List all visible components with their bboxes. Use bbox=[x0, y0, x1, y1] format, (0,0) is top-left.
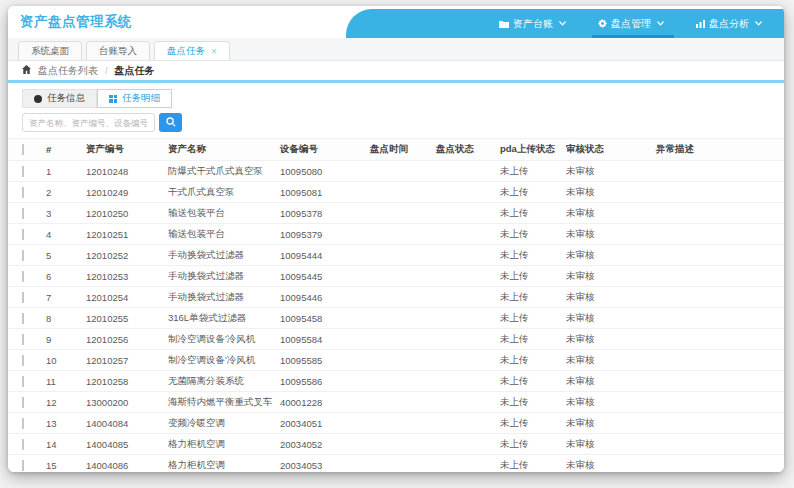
subtab-label: 任务明细 bbox=[122, 92, 160, 105]
cell-asset-name: 海斯特内燃平衡重式叉车 bbox=[166, 396, 278, 409]
cell-audit-status: 未审核 bbox=[564, 417, 654, 430]
search-button[interactable] bbox=[159, 113, 182, 132]
cell-pda-status: 未上传 bbox=[498, 333, 564, 346]
row-checkbox[interactable] bbox=[22, 229, 24, 240]
cell-device-no: 10095458 bbox=[278, 313, 368, 324]
table-row[interactable]: 2 12010249 干式爪式真空泵 10095081 未上传 未审核 bbox=[8, 182, 784, 203]
cell-asset-no: 12010256 bbox=[84, 334, 166, 345]
cell-asset-name: 手动换袋式过滤器 bbox=[166, 249, 278, 262]
table-row[interactable]: 6 12010253 手动换袋式过滤器 10095445 未上传 未审核 bbox=[8, 266, 784, 287]
cell-pda-status: 未上传 bbox=[498, 186, 564, 199]
cell-asset-no: 12010254 bbox=[84, 292, 166, 303]
cell-asset-name: 316L单袋式过滤器 bbox=[166, 312, 278, 325]
chevron-down-icon bbox=[755, 21, 762, 26]
table-row[interactable]: 14 14004085 格力柜机空调 20034052 未上传 未审核 bbox=[8, 434, 784, 455]
cell-device-no: 10095446 bbox=[278, 292, 368, 303]
cell-device-no: 10095081 bbox=[278, 187, 368, 198]
cell-pda-status: 未上传 bbox=[498, 165, 564, 178]
row-checkbox[interactable] bbox=[22, 292, 24, 303]
row-checkbox[interactable] bbox=[22, 418, 24, 429]
cell-pda-status: 未上传 bbox=[498, 291, 564, 304]
cell-index: 10 bbox=[44, 355, 84, 366]
cell-audit-status: 未审核 bbox=[564, 396, 654, 409]
breadcrumb: 盘点任务列表 / 盘点任务 bbox=[8, 61, 784, 83]
cell-device-no: 10095445 bbox=[278, 271, 368, 282]
detail-subtabs: 任务信息 任务明细 bbox=[8, 83, 784, 108]
row-checkbox[interactable] bbox=[22, 250, 24, 261]
app-title: 资产盘点管理系统 bbox=[8, 6, 346, 38]
table-row[interactable]: 10 12010257 制冷空调设备'冷风机 10095585 未上传 未审核 bbox=[8, 350, 784, 371]
cell-audit-status: 未审核 bbox=[564, 375, 654, 388]
row-checkbox[interactable] bbox=[22, 208, 24, 219]
cell-asset-name: 变频冷暖空调 bbox=[166, 417, 278, 430]
chevron-down-icon bbox=[559, 21, 566, 26]
cell-pda-status: 未上传 bbox=[498, 354, 564, 367]
table-row[interactable]: 8 12010255 316L单袋式过滤器 10095458 未上传 未审核 bbox=[8, 308, 784, 329]
row-checkbox[interactable] bbox=[22, 376, 24, 387]
nav-item-asset-ledger[interactable]: 资产台账 bbox=[485, 9, 584, 38]
cell-index: 5 bbox=[44, 250, 84, 261]
row-checkbox[interactable] bbox=[22, 187, 24, 198]
cell-device-no: 20034051 bbox=[278, 418, 368, 429]
cell-index: 11 bbox=[44, 376, 84, 387]
cell-pda-status: 未上传 bbox=[498, 438, 564, 451]
cell-index: 2 bbox=[44, 187, 84, 198]
nav-item-inventory-mgmt[interactable]: 盘点管理 bbox=[584, 9, 682, 38]
row-checkbox[interactable] bbox=[22, 313, 24, 324]
table-row[interactable]: 5 12010252 手动换袋式过滤器 10095444 未上传 未审核 bbox=[8, 245, 784, 266]
cell-asset-name: 干式爪式真空泵 bbox=[166, 186, 278, 199]
row-checkbox[interactable] bbox=[22, 439, 24, 450]
table-row[interactable]: 4 12010251 输送包装平台 10095379 未上传 未审核 bbox=[8, 224, 784, 245]
table-row[interactable]: 11 12010258 无菌隔离分装系统 10095586 未上传 未审核 bbox=[8, 371, 784, 392]
col-header-audit-status: 审核状态 bbox=[564, 143, 654, 156]
cell-asset-no: 14004086 bbox=[84, 460, 166, 471]
cell-index: 14 bbox=[44, 439, 84, 450]
row-checkbox[interactable] bbox=[22, 271, 24, 282]
table-row[interactable]: 1 12010248 防爆式干式爪式真空泵 10095080 未上传 未审核 bbox=[8, 161, 784, 182]
search-input[interactable] bbox=[22, 113, 155, 132]
tab-system-desktop[interactable]: 系统桌面 bbox=[18, 41, 82, 60]
table-row[interactable]: 3 12010250 输送包装平台 10095378 未上传 未审核 bbox=[8, 203, 784, 224]
grid-icon bbox=[109, 95, 117, 103]
cell-asset-no: 12010255 bbox=[84, 313, 166, 324]
table-row[interactable]: 13 14004084 变频冷暖空调 20034051 未上传 未审核 bbox=[8, 413, 784, 434]
close-icon[interactable]: × bbox=[211, 46, 217, 57]
cell-audit-status: 未审核 bbox=[564, 291, 654, 304]
row-checkbox[interactable] bbox=[22, 166, 24, 177]
tab-inventory-task[interactable]: 盘点任务 × bbox=[154, 41, 230, 60]
tab-ledger-import[interactable]: 台账导入 bbox=[86, 41, 150, 60]
subtab-task-info[interactable]: 任务信息 bbox=[22, 89, 97, 108]
home-icon[interactable] bbox=[22, 65, 31, 76]
cell-pda-status: 未上传 bbox=[498, 459, 564, 472]
nav-item-inventory-analysis[interactable]: 盘点分析 bbox=[682, 9, 780, 38]
col-header-device-no: 设备编号 bbox=[278, 143, 368, 156]
col-header-asset-no: 资产编号 bbox=[84, 143, 166, 156]
cell-asset-no: 14004085 bbox=[84, 439, 166, 450]
table-row[interactable]: 7 12010254 手动换袋式过滤器 10095446 未上传 未审核 bbox=[8, 287, 784, 308]
cell-index: 15 bbox=[44, 460, 84, 471]
row-checkbox[interactable] bbox=[22, 460, 24, 471]
table-row[interactable]: 9 12010256 制冷空调设备'冷风机 10095584 未上传 未审核 bbox=[8, 329, 784, 350]
table-row[interactable]: 15 14004086 格力柜机空调 20034053 未上传 未审核 bbox=[8, 455, 784, 472]
row-checkbox[interactable] bbox=[22, 355, 24, 366]
cell-index: 3 bbox=[44, 208, 84, 219]
cell-audit-status: 未审核 bbox=[564, 228, 654, 241]
nav-item-label: 盘点管理 bbox=[611, 17, 651, 31]
cell-pda-status: 未上传 bbox=[498, 270, 564, 283]
breadcrumb-item[interactable]: 盘点任务列表 bbox=[38, 64, 98, 78]
cell-audit-status: 未审核 bbox=[564, 333, 654, 346]
cell-pda-status: 未上传 bbox=[498, 228, 564, 241]
subtab-task-detail[interactable]: 任务明细 bbox=[97, 89, 172, 108]
cell-index: 13 bbox=[44, 418, 84, 429]
table-row[interactable]: 12 13000200 海斯特内燃平衡重式叉车 40001228 未上传 未审核 bbox=[8, 392, 784, 413]
cell-asset-name: 格力柜机空调 bbox=[166, 459, 278, 472]
app-window: 资产盘点管理系统 资产台账 盘点管理 bbox=[8, 6, 784, 472]
row-checkbox[interactable] bbox=[22, 397, 24, 408]
cell-asset-no: 12010248 bbox=[84, 166, 166, 177]
col-header-pda-status: pda上传状态 bbox=[498, 143, 564, 156]
row-checkbox[interactable] bbox=[22, 334, 24, 345]
select-all-checkbox[interactable] bbox=[22, 144, 24, 155]
breadcrumb-item-current: 盘点任务 bbox=[115, 64, 155, 78]
workspace-tabs: 系统桌面 台账导入 盘点任务 × bbox=[8, 38, 784, 61]
col-header-asset-name: 资产名称 bbox=[166, 143, 278, 156]
